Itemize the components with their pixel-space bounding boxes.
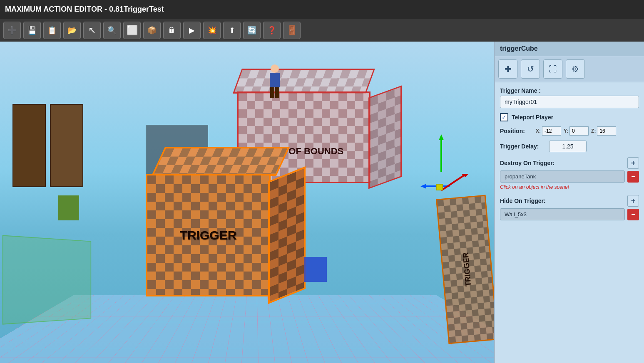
panel-title-bar: triggerCube bbox=[495, 42, 644, 56]
green-box-left bbox=[2, 235, 92, 324]
main-area: OUT OF BOUNDS TRIGGER bbox=[0, 42, 644, 363]
destroy-on-trigger-section: Destroy On Trigger: + propaneTank − Clic… bbox=[500, 157, 639, 190]
position-label: Position: bbox=[500, 128, 533, 134]
trigger-name-input[interactable] bbox=[500, 96, 639, 108]
hide-section-header: Hide On Trigger: + bbox=[500, 195, 639, 207]
teleport-player-checkbox[interactable]: ✓ bbox=[500, 113, 508, 121]
hide-item-wall5x3: Wall_5x3 − bbox=[500, 208, 639, 220]
toolbar-select-button[interactable]: ↖ bbox=[83, 22, 101, 39]
person-leg-right bbox=[275, 87, 279, 98]
panel-content: Trigger Name : ✓ Teleport Player Positio… bbox=[495, 82, 644, 225]
svg-marker-1 bbox=[439, 134, 444, 140]
toolbar-help-button[interactable]: ❓ bbox=[263, 22, 281, 39]
y-axis-label: Y: bbox=[564, 128, 568, 134]
side-panel: triggerCube ✚ ↺ ⛶ ⚙ Trigger Name : ✓ Tel… bbox=[494, 42, 644, 363]
trigger-cube: TRIGGER bbox=[146, 172, 287, 296]
viewport[interactable]: OUT OF BOUNDS TRIGGER bbox=[0, 42, 494, 363]
app-title: MAXIMUM ACTION EDITOR - 0.81TriggerTest bbox=[5, 5, 164, 14]
toolbar-box-button[interactable]: ⬜ bbox=[123, 22, 141, 39]
destroy-add-button[interactable]: + bbox=[627, 157, 639, 169]
trigger-cube-front: TRIGGER bbox=[146, 174, 271, 296]
destroy-section-header: Destroy On Trigger: + bbox=[500, 157, 639, 169]
toolbar-save-button[interactable]: 💾 bbox=[23, 22, 41, 39]
gizmo-origin bbox=[436, 184, 443, 190]
oob-cube-top bbox=[233, 69, 375, 94]
hide-item-name: Wall_5x3 bbox=[500, 208, 625, 220]
teleport-player-row: ✓ Teleport Player bbox=[500, 113, 639, 121]
person-body bbox=[270, 73, 280, 87]
panel-settings-button[interactable]: ⚙ bbox=[566, 59, 585, 79]
side-trigger-label: TRIGGER bbox=[461, 252, 473, 287]
destroy-item-name: propaneTank bbox=[500, 170, 625, 183]
toolbar-export-button[interactable]: ⬆ bbox=[223, 22, 241, 39]
toolbar-addbox-button[interactable]: 📦 bbox=[143, 22, 161, 39]
svg-marker-3 bbox=[420, 184, 426, 189]
teleport-player-label: Teleport Player bbox=[512, 114, 553, 121]
trigger-name-label: Trigger Name : bbox=[500, 87, 639, 94]
toolbar-new-button[interactable]: ➕ bbox=[3, 22, 21, 39]
plant-box bbox=[58, 195, 79, 220]
panel-title: triggerCube bbox=[500, 45, 538, 52]
toolbar-play-button[interactable]: ▶ bbox=[183, 22, 201, 39]
toolbar-zoom-button[interactable]: 🔍 bbox=[103, 22, 121, 39]
oob-cube-right bbox=[368, 85, 402, 189]
toolbar-open-button[interactable]: 📂 bbox=[63, 22, 81, 39]
position-x-field: X: bbox=[536, 126, 561, 136]
position-y-field: Y: bbox=[564, 126, 589, 136]
toolbar-logout-button[interactable]: 🚪 bbox=[283, 22, 301, 39]
hide-on-trigger-section: Hide On Trigger: + Wall_5x3 − bbox=[500, 195, 639, 220]
gizmo-y-arrow bbox=[437, 134, 462, 176]
bookshelf bbox=[12, 104, 46, 187]
destroy-hint-text: Click on an object in the scene! bbox=[500, 184, 639, 190]
position-z-field: Z: bbox=[591, 126, 616, 136]
shelf2 bbox=[50, 104, 83, 187]
svg-line-4 bbox=[441, 174, 466, 190]
person-legs bbox=[266, 87, 283, 98]
title-bar: MAXIMUM ACTION EDITOR - 0.81TriggerTest bbox=[0, 0, 644, 19]
destroy-section-label: Destroy On Trigger: bbox=[500, 160, 554, 166]
hide-section-label: Hide On Trigger: bbox=[500, 198, 546, 204]
destroy-item-propaneTank: propaneTank − bbox=[500, 170, 639, 183]
trigger-cube-top bbox=[152, 147, 290, 176]
z-axis-label: Z: bbox=[591, 128, 596, 134]
gizmo-z-arrow bbox=[441, 174, 475, 195]
toolbar: ➕ 💾 📋 📂 ↖ 🔍 ⬜ 📦 🗑 ▶ 💥 ⬆ 🔄 ❓ 🚪 bbox=[0, 19, 644, 42]
trigger-delay-input[interactable] bbox=[549, 141, 587, 152]
trigger-label-front: TRIGGER bbox=[180, 228, 237, 242]
trigger-cube-right bbox=[268, 166, 306, 304]
trigger-delay-label: Trigger Delay: bbox=[500, 143, 546, 150]
panel-fullscreen-button[interactable]: ⛶ bbox=[543, 59, 562, 79]
panel-refresh-button[interactable]: ↺ bbox=[521, 59, 540, 79]
toolbar-delete-button[interactable]: 🗑 bbox=[163, 22, 181, 39]
person-figure bbox=[266, 64, 283, 98]
person-head bbox=[271, 64, 279, 73]
position-row: Position: X: Y: Z: bbox=[500, 126, 639, 136]
position-z-input[interactable] bbox=[597, 126, 616, 136]
x-axis-label: X: bbox=[536, 128, 541, 134]
destroy-remove-button[interactable]: − bbox=[627, 171, 639, 183]
person-leg-left bbox=[270, 87, 274, 98]
transform-gizmo bbox=[216, 247, 241, 272]
position-x-input[interactable] bbox=[542, 126, 561, 136]
trigger-delay-row: Trigger Delay: bbox=[500, 141, 639, 152]
trigger-name-field: Trigger Name : bbox=[500, 87, 639, 108]
toolbar-explode-button[interactable]: 💥 bbox=[203, 22, 221, 39]
panel-add-button[interactable]: ✚ bbox=[498, 59, 517, 79]
position-y-input[interactable] bbox=[569, 126, 589, 136]
hide-add-button[interactable]: + bbox=[627, 195, 639, 207]
hide-remove-button[interactable]: − bbox=[627, 209, 639, 220]
scene-left-objects bbox=[0, 91, 117, 237]
toolbar-refresh-button[interactable]: 🔄 bbox=[243, 22, 261, 39]
blue-box bbox=[304, 257, 327, 282]
panel-toolbar: ✚ ↺ ⛶ ⚙ bbox=[495, 56, 644, 82]
toolbar-saveas-button[interactable]: 📋 bbox=[43, 22, 61, 39]
